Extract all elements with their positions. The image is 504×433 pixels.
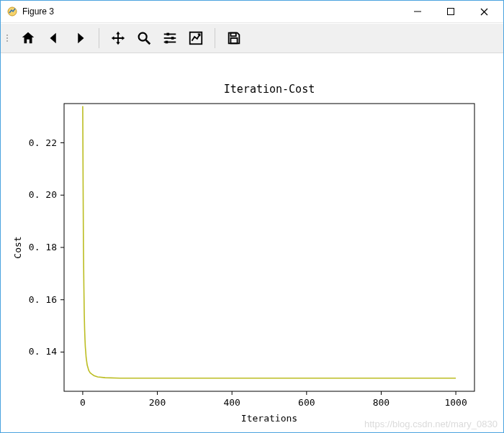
maximize-button[interactable] bbox=[434, 1, 467, 22]
svg-line-6 bbox=[146, 40, 150, 45]
svg-text:0: 0 bbox=[80, 397, 86, 408]
edit-axes-button[interactable] bbox=[183, 25, 209, 51]
save-button[interactable] bbox=[221, 25, 247, 51]
svg-rect-16 bbox=[64, 104, 474, 391]
svg-text:800: 800 bbox=[373, 397, 390, 408]
svg-rect-8 bbox=[166, 33, 169, 36]
svg-text:0. 18: 0. 18 bbox=[29, 242, 57, 252]
matplotlib-toolbar bbox=[1, 23, 503, 53]
close-button[interactable] bbox=[467, 1, 500, 22]
svg-text:600: 600 bbox=[298, 397, 315, 408]
back-button[interactable] bbox=[41, 25, 67, 51]
pan-button[interactable] bbox=[105, 25, 131, 51]
minimize-button[interactable] bbox=[401, 1, 434, 22]
toolbar-separator bbox=[99, 28, 99, 48]
svg-text:Iterations: Iterations bbox=[241, 413, 297, 424]
svg-rect-12 bbox=[166, 41, 168, 44]
chart-canvas[interactable]: 020040060080010000. 140. 160. 180. 200. … bbox=[1, 53, 503, 433]
svg-text:0. 14: 0. 14 bbox=[29, 346, 57, 357]
svg-rect-14 bbox=[230, 33, 235, 37]
svg-text:Cost: Cost bbox=[12, 236, 23, 258]
svg-text:0. 20: 0. 20 bbox=[29, 189, 57, 200]
titlebar: Figure 3 bbox=[1, 1, 503, 23]
svg-text:0. 22: 0. 22 bbox=[29, 137, 57, 148]
toolbar-separator bbox=[215, 28, 215, 48]
forward-button[interactable] bbox=[67, 25, 93, 51]
svg-text:400: 400 bbox=[223, 397, 240, 408]
svg-text:200: 200 bbox=[149, 397, 166, 408]
svg-text:0. 16: 0. 16 bbox=[29, 294, 57, 305]
svg-rect-2 bbox=[448, 9, 454, 15]
zoom-button[interactable] bbox=[131, 25, 157, 51]
svg-point-0 bbox=[8, 7, 17, 16]
window-controls bbox=[401, 1, 500, 22]
svg-rect-10 bbox=[171, 37, 174, 40]
app-icon bbox=[6, 6, 18, 17]
svg-point-5 bbox=[139, 33, 147, 41]
home-button[interactable] bbox=[15, 25, 41, 51]
toolbar-grip bbox=[5, 27, 11, 49]
svg-text:1000: 1000 bbox=[444, 397, 467, 408]
svg-text:Iteration-Cost: Iteration-Cost bbox=[224, 83, 315, 96]
plot-area: 020040060080010000. 140. 160. 180. 200. … bbox=[1, 53, 503, 432]
svg-rect-15 bbox=[230, 38, 237, 43]
figure-window: Figure 3 bbox=[0, 0, 504, 433]
window-title: Figure 3 bbox=[22, 6, 401, 17]
configure-subplots-button[interactable] bbox=[157, 25, 183, 51]
